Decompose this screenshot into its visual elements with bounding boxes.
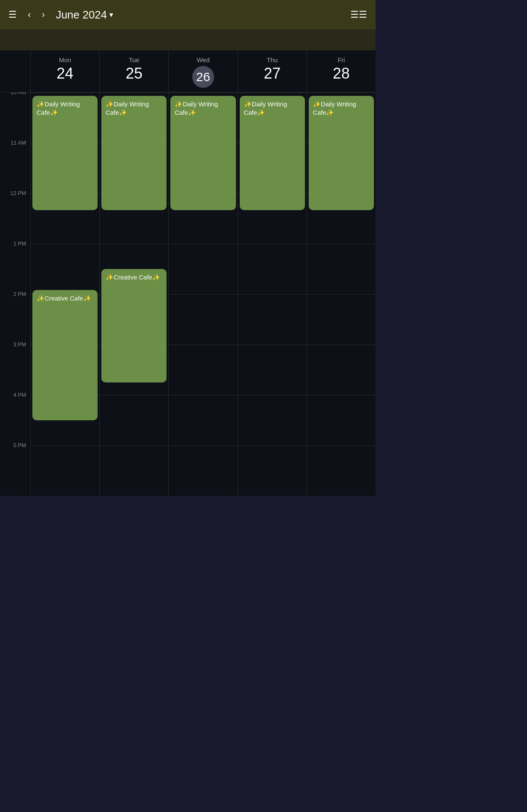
hour-line [169,244,237,244]
hour-line [307,294,376,295]
day-column-fri: ✨Daily Writing Cafe✨ [307,92,376,496]
hour-line [100,446,168,446]
event-label: ✨Creative Cafe✨ [106,274,160,281]
time-label-11am: 11 AM [11,140,26,146]
hour-line [238,244,307,244]
event-daily-writing-cafe-thu[interactable]: ✨Daily Writing Cafe✨ [240,96,305,210]
hour-line [169,92,237,93]
day-header-mon[interactable]: Mon 24 [30,50,99,92]
day-column-thu: ✨Daily Writing Cafe✨ [238,92,307,496]
hour-line [307,345,376,345]
day-number-wed: 26 [192,66,214,88]
hour-line [238,395,307,395]
day-header-tue[interactable]: Tue 25 [99,50,168,92]
day-header-wed[interactable]: Wed 26 [168,50,237,92]
time-label-1pm: 1 PM [13,240,26,247]
hour-line [238,294,307,295]
hour-line [238,92,307,93]
event-daily-writing-cafe-mon[interactable]: ✨Daily Writing Cafe✨ [32,96,98,210]
subtitle-bar [0,29,376,50]
time-slot-1pm: 1 PM [0,244,30,294]
time-label-3pm: 3 PM [13,341,26,348]
hour-line [31,92,99,93]
day-name-wed: Wed [170,56,236,63]
day-number-mon: 24 [32,66,98,81]
time-slot-5pm: 5 PM [0,446,30,496]
next-button[interactable]: › [38,8,48,22]
day-header-thu[interactable]: Thu 27 [238,50,307,92]
day-name-fri: Fri [309,56,374,63]
time-slot-11am: 11 AM [0,143,30,193]
time-label-2pm: 2 PM [13,291,26,297]
hour-line [307,92,376,93]
event-label: ✨Daily Writing Cafe✨ [313,100,356,116]
day-column-mon: ✨Daily Writing Cafe✨ ✨Creative Cafe✨ [30,92,99,496]
day-name-thu: Thu [240,56,305,63]
event-daily-writing-cafe-wed[interactable]: ✨Daily Writing Cafe✨ [170,96,236,210]
hour-line [169,294,237,295]
header-left: ☰ ‹ › June 2024 ▾ [8,8,113,22]
event-label: ✨Daily Writing Cafe✨ [244,100,287,116]
event-daily-writing-cafe-tue[interactable]: ✨Daily Writing Cafe✨ [101,96,167,210]
hamburger-icon[interactable]: ☰ [8,9,17,20]
month-title[interactable]: June 2024 ▾ [56,8,113,21]
hour-line [238,446,307,446]
time-slot-4pm: 4 PM [0,395,30,446]
time-column: 10 AM 11 AM 12 PM 1 PM 2 PM 3 PM 4 PM 5 … [0,92,30,496]
time-label-4pm: 4 PM [13,392,26,398]
dropdown-arrow-icon: ▾ [109,10,113,19]
hour-line [100,395,168,395]
month-label: June 2024 [56,8,107,21]
hour-line [169,446,237,446]
hour-line [31,244,99,244]
time-label-12pm: 12 PM [10,190,26,196]
day-column-wed: ✨Daily Writing Cafe✨ [168,92,237,496]
calendar: Mon 24 Tue 25 Wed 26 Thu 27 Fri 28 10 [0,50,376,496]
hour-line [169,395,237,395]
time-gutter-header [0,50,30,92]
day-column-tue: ✨Daily Writing Cafe✨ ✨Creative Cafe✨ [99,92,168,496]
day-number-thu: 27 [240,66,305,81]
hour-line [238,345,307,345]
hour-line [307,244,376,244]
day-name-mon: Mon [32,56,98,63]
grid-view-icon[interactable]: ☰☰ [350,9,367,20]
time-slot-12pm: 12 PM [0,193,30,244]
event-creative-cafe-tue[interactable]: ✨Creative Cafe✨ [101,269,167,382]
time-slot-2pm: 2 PM [0,294,30,345]
nav-arrows: ‹ › [24,8,48,22]
event-label: ✨Daily Writing Cafe✨ [37,100,80,116]
hour-line [100,244,168,244]
day-header-fri[interactable]: Fri 28 [307,50,376,92]
day-name-tue: Tue [101,56,167,63]
time-grid: 10 AM 11 AM 12 PM 1 PM 2 PM 3 PM 4 PM 5 … [0,92,376,496]
hour-line [307,395,376,395]
time-slot-10am: 10 AM [0,92,30,143]
event-daily-writing-cafe-fri[interactable]: ✨Daily Writing Cafe✨ [309,96,374,210]
prev-button[interactable]: ‹ [24,8,34,22]
hour-line [31,446,99,446]
time-slot-3pm: 3 PM [0,345,30,395]
app-header: ☰ ‹ › June 2024 ▾ ☰☰ [0,0,376,29]
hour-line [100,92,168,93]
event-creative-cafe-mon[interactable]: ✨Creative Cafe✨ [32,290,98,420]
time-label-5pm: 5 PM [13,442,26,448]
day-number-tue: 25 [101,66,167,81]
day-headers: Mon 24 Tue 25 Wed 26 Thu 27 Fri 28 [0,50,376,92]
hour-line [307,446,376,446]
day-number-fri: 28 [309,66,374,81]
event-label: ✨Creative Cafe✨ [37,295,91,302]
hour-line [169,345,237,345]
event-label: ✨Daily Writing Cafe✨ [175,100,218,116]
event-label: ✨Daily Writing Cafe✨ [106,100,149,116]
